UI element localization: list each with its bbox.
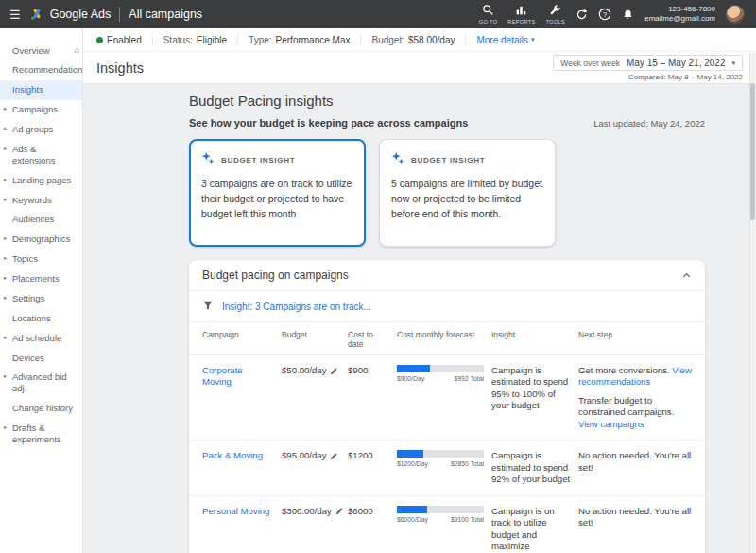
content-area: Budget Pacing insights See how your budg… [83,84,756,553]
notifications-bell-icon[interactable] [622,9,634,21]
more-details-label: More details [476,35,527,45]
budget-value: $300.00/day [282,506,332,517]
arrow-spacer [4,403,12,404]
sidebar-item-label: Ad schedule [12,333,79,344]
sidebar-item-recommendations[interactable]: Recommendations [0,60,82,80]
sidebar-item-keywords[interactable]: ▸Keywords [0,190,82,210]
sidebar-item-settings[interactable]: ▸Settings [0,288,82,308]
arrow-spacer [4,84,12,85]
chevron-right-icon: ▸ [4,423,12,431]
column-header-cost-to-date: Cost to date [348,330,389,349]
goto-search-button[interactable]: GO TO [479,4,498,26]
type-label: Type: [249,35,271,45]
more-details-button[interactable]: More details ▾ [465,33,544,46]
cost-to-date-value: $1200 [348,450,389,461]
edit-pencil-icon[interactable] [330,452,338,460]
google-ads-logo-icon [29,7,44,22]
sidebar-item-locations[interactable]: Locations [0,308,82,328]
column-header-cost-monthly-forecast: Cost monthly forecast [397,330,484,339]
edit-pencil-icon[interactable] [330,367,338,375]
account-phone: 123-456-7890 [644,5,715,14]
svg-text:?: ? [603,10,607,19]
section-subheading: See how your budget is keeping pace acro… [189,117,468,129]
sidebar-item-drafts-experiments[interactable]: ▸Drafts & experiments [0,419,82,450]
sidebar-item-label: Ads & extensions [12,144,79,166]
enabled-dot-icon [96,37,103,43]
sidebar-item-label: Drafts & experiments [12,423,79,445]
reports-icon [515,4,527,19]
enabled-status[interactable]: Enabled [96,33,152,46]
campaign-link[interactable]: Pack & Moving [202,450,263,460]
edit-pencil-icon[interactable] [335,507,344,515]
arrow-spacer [4,214,12,215]
account-info: 123-456-7890 emailme@gmail.com [644,5,715,25]
collapse-chevron-up-icon[interactable] [681,270,692,281]
section-heading: Budget Pacing insights [189,93,705,109]
sidebar-item-label: Ad groups [12,124,79,135]
sidebar-item-devices[interactable]: Devices [0,348,82,368]
forecast-bar [397,365,484,372]
refresh-icon[interactable] [576,9,588,21]
sidebar-item-topics[interactable]: ▸Topics [0,250,82,269]
help-icon[interactable]: ? [598,8,611,21]
next-step-text: No action needed. You're all set! [578,506,691,527]
budget-pacing-table-card: Budget pacing on campaigns Insight: 3 Ca… [189,260,705,553]
tools-label: TOOLS [546,20,566,26]
sidebar-item-overview[interactable]: Overview⌂ [0,41,82,60]
sidebar-item-ad-groups[interactable]: ▸Ad groups [0,120,82,140]
insight-card-label: BUDGET INSIGHT [411,156,485,164]
budget-segment: Budget: $58.00/day [360,33,465,46]
sidebar-item-label: Campaigns [12,104,79,115]
chevron-right-icon: ▸ [4,372,12,380]
reports-button[interactable]: REPORTS [507,4,535,26]
scrollbar[interactable] [749,53,756,553]
sidebar-item-advanced-bid-adj[interactable]: ▸Advanced bid adj. [0,368,82,399]
column-header-next-step: Next step [578,330,692,339]
sidebar-item-insights[interactable]: Insights [0,80,82,100]
menu-icon[interactable]: ☰ [9,8,21,22]
sidebar-item-campaigns[interactable]: ▸Campaigns [0,100,82,120]
forecast-cell: $900/Day$992 Total [397,365,484,384]
campaign-link[interactable]: Corporate Moving [202,365,243,387]
budget-value: $50.00/day [282,365,326,376]
sidebar-item-label: Advanced bid adj. [12,372,79,394]
budget-value: $58.00/day [408,35,455,45]
table-header-row: CampaignBudgetCost to dateCost monthly f… [189,321,705,354]
sidebar-item-placements[interactable]: ▸Placements [0,269,82,289]
avatar[interactable] [726,5,745,24]
next-step-cell: No action needed. You're all set! [578,506,692,529]
caret-down-icon: ▾ [731,60,735,67]
sidebar-item-demographics[interactable]: ▸Demographics [0,230,82,250]
insight-text: Campaign is on track to utilize budget a… [491,506,571,553]
status-segment: Status: Eligible [152,33,237,46]
account-email: emailme@gmail.com [644,14,715,24]
sidebar-item-change-history[interactable]: Change history [0,399,82,419]
sidebar-item-label: Keywords [12,195,79,206]
insight-card-2[interactable]: BUDGET INSIGHT5 campaigns are limited by… [379,139,556,247]
tools-button[interactable]: TOOLS [546,4,566,26]
forecast-right-label: $2850 Total [451,460,484,469]
forecast-right-label: $992 Total [455,375,484,384]
sidebar-item-ads-extensions[interactable]: ▸Ads & extensions [0,139,82,170]
next-step-link[interactable]: View campaigns [578,419,644,429]
sidebar-item-label: Change history [12,403,79,414]
chevron-right-icon: ▸ [4,104,12,112]
campaign-link[interactable]: Personal Moving [202,506,269,516]
sidebar-item-landing-pages[interactable]: ▸Landing pages [0,170,82,190]
sidebar-item-audiences[interactable]: Audiences [0,210,82,230]
chevron-right-icon: ▸ [4,333,12,341]
forecast-cell: $1200/Day$2850 Total [397,450,484,469]
sidebar-item-label: Settings [12,293,79,304]
sidebar-item-ad-schedule[interactable]: ▸Ad schedule [0,328,82,348]
table-filter-chip[interactable]: Insight: 3 Campaigns are on track... [222,302,371,312]
sidebar: Overview⌂RecommendationsInsights▸Campaig… [0,28,83,553]
insight-card-1[interactable]: BUDGET INSIGHT3 campaigns are on track t… [189,139,366,247]
chevron-right-icon: ▸ [4,144,12,152]
arrow-spacer [4,45,12,46]
type-value: Performance Max [276,35,351,45]
date-range-picker[interactable]: Week over week May 15 – May 21, 2022 ▾ [553,55,743,71]
forecast-bar [397,506,484,513]
scrollbar-thumb[interactable] [750,83,755,220]
arrow-spacer [4,353,12,354]
table-card-title: Budget pacing on campaigns [202,268,349,282]
